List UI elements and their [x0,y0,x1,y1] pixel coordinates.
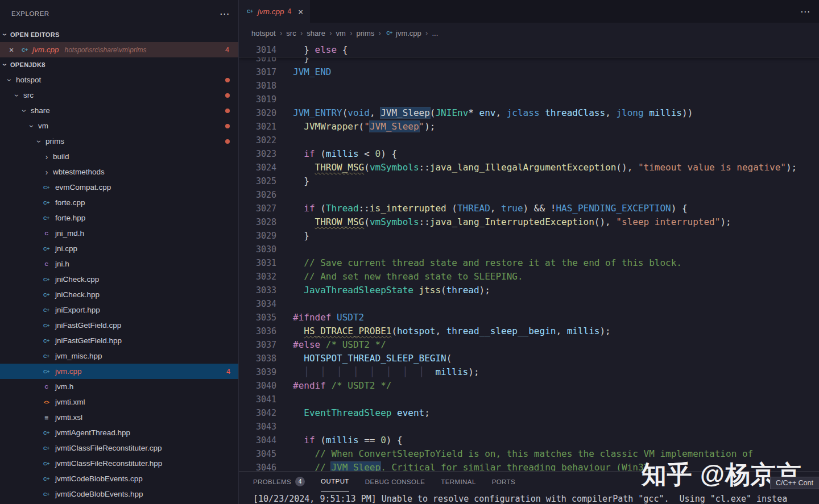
more-actions-icon[interactable]: ⋯ [220,8,229,20]
cpp-file-icon: C+ [246,9,254,14]
tree-item-hotspot[interactable]: ›hotspot [0,72,238,88]
tree-item-label: jni.h [55,260,69,268]
editor-region: C+ jvm.cpp 4 × ⋯ hotspot›src›share›vm›pr… [239,0,819,504]
tree-item-jni_md.h[interactable]: Cjni_md.h [0,226,238,241]
tree-item-jvm.cpp[interactable]: C+jvm.cpp4 [0,364,238,379]
code-line-3019: 3019 [239,93,819,106]
modified-dot-icon [225,78,230,82]
code-line-3033: 3033 JavaThreadSleepState jtss(thread); [239,284,819,297]
tree-item-jni.h[interactable]: Cjni.h [0,256,238,272]
breadcrumb-separator-icon: › [378,28,381,38]
panel-tab-label: DEBUG CONSOLE [365,478,425,485]
tree-item-forte.cpp[interactable]: C+forte.cpp [0,195,238,210]
panel-tab-label: PORTS [492,478,515,485]
editor-more-actions-icon[interactable]: ⋯ [800,0,819,23]
tree-item-jvmtiAgentThread.hpp[interactable]: C+jvmtiAgentThread.hpp [0,425,238,440]
tree-item-jniFastGetField.hpp[interactable]: C+jniFastGetField.hpp [0,333,238,348]
line-number: 3042 [239,406,276,420]
breadcrumb-item-...[interactable]: ... [432,29,438,38]
tree-item-jvmtiClassFileReconstituter.hpp[interactable]: C+jvmtiClassFileReconstituter.hpp [0,456,238,471]
tree-item-jvm_misc.hpp[interactable]: C+jvm_misc.hpp [0,348,238,364]
breadcrumb-item-prims[interactable]: prims [357,29,375,38]
tree-item-jvmti.xsl[interactable]: ≣jvmti.xsl [0,410,238,425]
tree-item-jniCheck.hpp[interactable]: C+jniCheck.hpp [0,287,238,302]
tree-item-evmCompat.cpp[interactable]: C+evmCompat.cpp [0,180,238,195]
panel-tab-output[interactable]: OUTPUT [321,472,349,491]
tree-item-prims[interactable]: ›prims [0,134,238,149]
open-editor-filename: jvm.cpp [32,45,59,54]
tree-item-jvmtiClassFileReconstituter.cpp[interactable]: C+jvmtiClassFileReconstituter.cpp [0,440,238,456]
close-icon[interactable]: × [298,7,303,16]
code-line-3018: 3018 [239,79,819,93]
line-number: 3025 [239,174,276,188]
breadcrumb-item-hotspot[interactable]: hotspot [251,29,276,38]
cpp-file-icon: C+ [42,307,51,313]
tree-item-jniFastGetField.cpp[interactable]: C+jniFastGetField.cpp [0,318,238,333]
code-line-3027: 3027 if (Thread::is_interrupted (THREAD,… [239,202,819,215]
tree-item-jvmtiCodeBlobEvents.cpp[interactable]: C+jvmtiCodeBlobEvents.cpp [0,471,238,486]
tree-item-label: jvmti.xml [55,398,85,406]
line-number: 3038 [239,352,276,365]
tree-item-label: jni_md.h [55,229,84,238]
tree-item-forte.hpp[interactable]: C+forte.hpp [0,210,238,226]
breadcrumb-item-jvm.cpp[interactable]: jvm.cpp [396,29,421,38]
h-file-icon: C [42,261,51,267]
problems-count-badge: 4 [225,46,229,54]
line-number: 3021 [239,120,276,134]
tree-item-jniCheck.cpp[interactable]: C+jniCheck.cpp [0,272,238,287]
panel-tab-terminal[interactable]: TERMINAL [441,472,475,491]
h-file-icon: C [42,384,51,390]
line-number: 3014 [239,43,276,57]
tree-item-label: jvmti.xsl [55,413,82,422]
editor-tab-bar: C+ jvm.cpp 4 × ⋯ [239,0,819,23]
tree-item-vm[interactable]: ›vm [0,118,238,134]
open-editor-item[interactable]: × C+ jvm.cpp hotspot\src\share\vm\prims … [0,42,238,57]
modified-dot-icon [225,109,230,113]
panel-tab-debug-console[interactable]: DEBUG CONSOLE [365,472,425,491]
tree-item-label: jniFastGetField.hpp [55,336,122,345]
code-line-3025: 3025 } [239,174,819,188]
chevron-down-icon: › [13,90,22,101]
code-editor[interactable]: 3014 } else { 30153016 }3017JVM_END30183… [239,43,819,472]
sticky-scroll-line: 3014 } else { [239,43,819,57]
tree-item-src[interactable]: ›src [0,88,238,103]
line-number: 3032 [239,270,276,284]
tree-item-jvm.h[interactable]: Cjvm.h [0,379,238,394]
workspace-header[interactable]: › OPENJDK8 [0,57,238,72]
line-number: 3029 [239,229,276,243]
code-line-3017: 3017JVM_END [239,65,819,79]
tree-item-jni.cpp[interactable]: C+jni.cpp [0,241,238,256]
tree-item-label: hotspot [16,76,41,84]
open-editors-header[interactable]: › OPEN EDITORS [0,27,238,42]
cpp-file-icon: C+ [42,369,51,374]
tab-jvm-cpp[interactable]: C+ jvm.cpp 4 × [239,0,310,23]
code-line-3036: 3036 HS_DTRACE_PROBE1(hotspot, thread__s… [239,324,819,338]
chevron-down-icon: › [35,136,44,147]
output-log-line: [10/23/2024, 9:51:13 PM] Unable to resol… [239,491,819,504]
chevron-down-icon: › [1,60,10,70]
close-icon[interactable]: × [7,45,16,55]
cpp-file-icon: C+ [385,30,394,36]
code-line-3031: 3031 // Save current thread state and re… [239,256,819,270]
breadcrumb-item-src[interactable]: src [286,29,296,38]
tree-item-label: jniCheck.cpp [55,275,99,284]
tree-item-label: jniCheck.hpp [55,290,100,299]
line-number: 3033 [239,284,276,297]
cpp-file-icon: C+ [42,215,51,221]
output-channel-selector[interactable]: C/C++ Cont [770,477,819,489]
breadcrumb-item-share[interactable]: share [307,29,325,38]
breadcrumb-item-vm[interactable]: vm [336,29,346,38]
tree-item-wbtestmethods[interactable]: ›wbtestmethods [0,164,238,180]
tree-item-jniExport.hpp[interactable]: C+jniExport.hpp [0,302,238,318]
panel-tab-ports[interactable]: PORTS [492,472,515,491]
tree-item-jvmti.xml[interactable]: <>jvmti.xml [0,394,238,410]
tree-item-build[interactable]: ›build [0,149,238,164]
tree-item-label: jvmtiCodeBlobEvents.cpp [55,474,143,483]
tree-item-jvmtiCodeBlobEvents.hpp[interactable]: C+jvmtiCodeBlobEvents.hpp [0,486,238,502]
tree-item-share[interactable]: ›share [0,103,238,118]
line-number: 3043 [239,420,276,434]
panel-tab-label: PROBLEMS [253,478,291,485]
panel-tab-problems[interactable]: PROBLEMS4 [253,472,305,491]
tree-item-label: share [31,106,50,115]
panel-tab-bar: PROBLEMS4OUTPUTDEBUG CONSOLETERMINALPORT… [239,472,819,491]
